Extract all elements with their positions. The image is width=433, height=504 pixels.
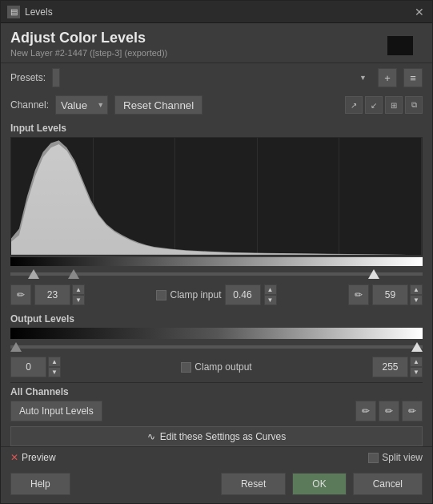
main-content: Input Levels bbox=[1, 118, 432, 446]
auto-eyedropper-3[interactable]: ✏ bbox=[402, 401, 423, 421]
output-white-value[interactable] bbox=[372, 357, 408, 377]
split-view-group: Split view bbox=[368, 452, 423, 463]
preview-check[interactable]: ✕ Preview bbox=[10, 452, 56, 463]
bottom-buttons: Help Reset OK Cancel bbox=[1, 468, 432, 503]
curves-icon: ∿ bbox=[147, 431, 155, 442]
clamp-output-label[interactable]: Clamp output bbox=[181, 361, 251, 373]
levels-icon: ▤ bbox=[7, 6, 20, 18]
layer-subtitle: New Layer #2-1447 ([step-3] (exported)) bbox=[10, 48, 423, 58]
clamp-input-group: Clamp input ▲ ▼ bbox=[88, 284, 345, 305]
input-controls-row: ✏ ▲ ▼ Clamp input ▲ ▼ bbox=[10, 284, 423, 305]
channel-icons: ↗ ↙ ⊞ ⧉ bbox=[345, 96, 423, 114]
channel-eyedroppers: ✏ ✏ ✏ bbox=[355, 401, 423, 421]
split-view-label[interactable]: Split view bbox=[368, 452, 423, 463]
preview-row: ✕ Preview Split view bbox=[1, 446, 432, 468]
presets-menu-button[interactable]: ≡ bbox=[403, 68, 423, 87]
edit-curves-label: Edit these Settings as Curves bbox=[160, 431, 286, 442]
input-gradient-bar bbox=[10, 257, 423, 266]
preview-thumbnail bbox=[387, 36, 413, 55]
reset-channel-button[interactable]: Reset Channel bbox=[114, 95, 202, 115]
white-value-spinner: ▲ ▼ bbox=[372, 284, 423, 305]
clamp-input-spin-down[interactable]: ▼ bbox=[264, 295, 277, 305]
output-section: Output Levels ▲ ▼ Clamp o bbox=[10, 308, 423, 377]
all-channels-label: All Channels bbox=[10, 386, 423, 397]
black-eyedropper-button[interactable]: ✏ bbox=[10, 284, 31, 305]
preview-label: Preview bbox=[22, 452, 56, 463]
input-levels-label: Input Levels bbox=[10, 123, 423, 134]
output-black-spinner: ▲ ▼ bbox=[10, 357, 61, 377]
histogram-shape bbox=[11, 138, 422, 255]
histogram bbox=[10, 137, 423, 256]
presets-add-button[interactable]: + bbox=[378, 68, 397, 87]
output-levels-label: Output Levels bbox=[10, 313, 423, 325]
clamp-input-checkbox[interactable] bbox=[156, 290, 166, 300]
output-gradient-bar bbox=[10, 328, 423, 339]
presets-select[interactable] bbox=[52, 68, 60, 87]
output-slider-track[interactable] bbox=[10, 341, 423, 353]
black-input-handle[interactable] bbox=[28, 269, 39, 279]
title-bar-left: ▤ Levels bbox=[7, 6, 53, 18]
black-spin-up[interactable]: ▲ bbox=[72, 284, 85, 295]
channel-select-wrapper: Value Red Green Blue Alpha bbox=[55, 95, 108, 115]
output-white-spin-up[interactable]: ▲ bbox=[410, 357, 423, 367]
presets-select-wrapper bbox=[52, 68, 371, 87]
output-black-spin-down[interactable]: ▼ bbox=[48, 367, 61, 377]
channel-icon-3[interactable]: ⊞ bbox=[385, 96, 403, 114]
channel-label: Channel: bbox=[10, 99, 49, 111]
all-channels-section: All Channels Auto Input Levels ✏ ✏ ✏ bbox=[10, 382, 423, 421]
close-button[interactable]: ✕ bbox=[413, 6, 426, 18]
levels-dialog: ▤ Levels ✕ Adjust Color Levels New Layer… bbox=[0, 0, 433, 504]
channel-icon-1[interactable]: ↗ bbox=[345, 96, 363, 114]
svg-marker-1 bbox=[11, 140, 422, 255]
output-white-spinner: ▲ ▼ bbox=[372, 357, 423, 377]
white-eyedropper-button[interactable]: ✏ bbox=[348, 284, 369, 305]
white-spin-down[interactable]: ▼ bbox=[410, 295, 423, 305]
channel-row: Channel: Value Red Green Blue Alpha Rese… bbox=[1, 92, 432, 118]
output-black-spin-up[interactable]: ▲ bbox=[48, 357, 61, 367]
ok-button[interactable]: OK bbox=[292, 473, 346, 495]
dialog-title: Levels bbox=[25, 6, 53, 18]
black-input-value[interactable] bbox=[34, 284, 70, 305]
help-button[interactable]: Help bbox=[10, 473, 70, 495]
clamp-output-group: Clamp output bbox=[64, 361, 369, 373]
all-channels-row: Auto Input Levels ✏ ✏ ✏ bbox=[10, 401, 423, 421]
clamp-input-text: Clamp input bbox=[170, 289, 221, 300]
black-spin-down[interactable]: ▼ bbox=[72, 295, 85, 305]
output-black-spin: ▲ ▼ bbox=[48, 357, 61, 377]
presets-label: Presets: bbox=[10, 72, 46, 83]
preview-x-mark: ✕ bbox=[10, 452, 18, 463]
edit-curves-row[interactable]: ∿ Edit these Settings as Curves bbox=[10, 426, 423, 446]
auto-input-levels-button[interactable]: Auto Input Levels bbox=[10, 401, 102, 421]
clamp-input-label[interactable]: Clamp input bbox=[156, 289, 221, 300]
presets-row: Presets: + ≡ bbox=[1, 63, 432, 92]
header-row: Adjust Color Levels bbox=[10, 30, 423, 46]
black-output-handle[interactable] bbox=[10, 342, 22, 352]
channel-icon-2[interactable]: ↙ bbox=[365, 96, 383, 114]
channel-icon-4[interactable]: ⧉ bbox=[405, 96, 423, 114]
white-input-value[interactable] bbox=[372, 284, 408, 305]
output-controls-row: ▲ ▼ Clamp output ▲ ▼ bbox=[10, 357, 423, 377]
clamp-input-spin-up[interactable]: ▲ bbox=[264, 284, 277, 295]
cancel-button[interactable]: Cancel bbox=[353, 473, 423, 495]
black-spin-buttons: ▲ ▼ bbox=[72, 284, 85, 305]
auto-eyedropper-1[interactable]: ✏ bbox=[355, 401, 376, 421]
white-input-handle[interactable] bbox=[368, 269, 379, 279]
title-bar: ▤ Levels ✕ bbox=[1, 1, 432, 23]
black-value-spinner: ▲ ▼ bbox=[34, 284, 85, 305]
white-spin-buttons: ▲ ▼ bbox=[410, 284, 423, 305]
output-white-spin-down[interactable]: ▼ bbox=[410, 367, 423, 377]
mid-input-handle[interactable] bbox=[68, 269, 79, 279]
white-spin-up[interactable]: ▲ bbox=[410, 284, 423, 295]
clamp-input-value[interactable] bbox=[225, 284, 261, 305]
channel-select[interactable]: Value Red Green Blue Alpha bbox=[55, 95, 108, 115]
right-buttons: Reset OK Cancel bbox=[221, 473, 423, 495]
split-view-checkbox[interactable] bbox=[368, 453, 379, 463]
split-view-text: Split view bbox=[382, 452, 423, 463]
input-slider-track[interactable] bbox=[10, 268, 423, 280]
clamp-output-text: Clamp output bbox=[194, 361, 251, 373]
reset-button[interactable]: Reset bbox=[221, 473, 286, 495]
output-black-value[interactable] bbox=[10, 357, 46, 377]
auto-eyedropper-2[interactable]: ✏ bbox=[379, 401, 399, 421]
clamp-output-checkbox[interactable] bbox=[181, 362, 191, 373]
white-output-handle[interactable] bbox=[411, 342, 423, 352]
